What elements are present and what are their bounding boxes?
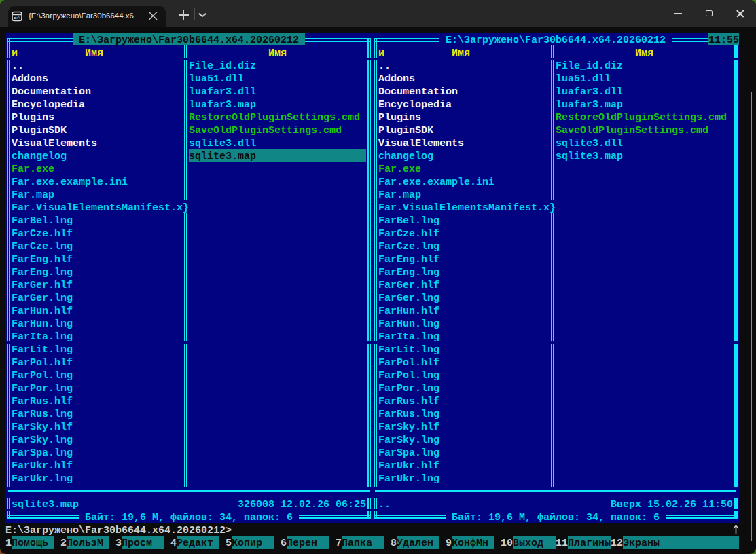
svg-text:c:\: c:\ bbox=[14, 16, 21, 20]
